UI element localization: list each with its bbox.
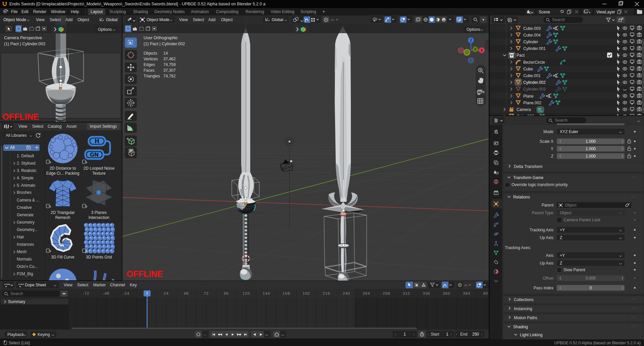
svg-text:X: X (481, 49, 483, 52)
svg-text:GN: GN (90, 152, 99, 158)
svg-text:Y: Y (474, 48, 477, 51)
svg-text:Z: Z (470, 39, 472, 42)
svg-text:H: H (95, 138, 99, 145)
